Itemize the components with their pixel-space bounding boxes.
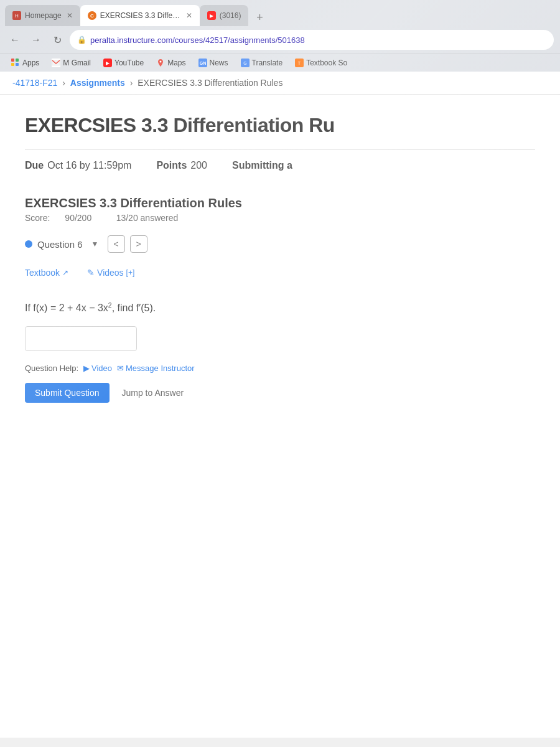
question-nav: Question 6 ▼ < > xyxy=(25,235,535,253)
submit-question-button[interactable]: Submit Question xyxy=(25,383,110,403)
actions-row: Submit Question Jump to Answer xyxy=(25,383,535,403)
breadcrumb-current: EXERCSIES 3.3 Differentiation Rules xyxy=(138,78,282,88)
back-button[interactable]: ← xyxy=(6,31,24,49)
apps-icon xyxy=(11,59,20,67)
svg-text:G: G xyxy=(243,61,246,65)
question-body: If f(x) = 2 + 4x − 3x2, find f′(5). xyxy=(25,300,535,316)
points-label: Points xyxy=(156,160,187,171)
lock-icon: 🔒 xyxy=(77,35,86,44)
due-label: Due xyxy=(25,160,44,171)
tab-homepage[interactable]: H Homepage ✕ xyxy=(5,5,80,26)
address-bar-row: ← → ↻ 🔒 peralta.instructure.com/courses/… xyxy=(0,26,560,54)
bookmark-apps-label: Apps xyxy=(22,59,39,67)
help-video-link[interactable]: ▶ Video xyxy=(83,364,112,373)
prev-question-button[interactable]: < xyxy=(108,235,125,253)
videos-link-label: Videos xyxy=(97,268,124,278)
svg-text:H: H xyxy=(15,13,19,19)
bookmark-news-label: News xyxy=(210,59,228,67)
help-message-link[interactable]: ✉ Message Instructor xyxy=(117,364,195,373)
url-display: peralta.instructure.com/courses/42517/as… xyxy=(90,35,305,45)
tab-homepage-label: Homepage xyxy=(25,11,62,20)
breadcrumb-course[interactable]: -41718-F21 xyxy=(12,78,57,88)
next-question-button[interactable]: > xyxy=(130,235,147,253)
svg-text:T: T xyxy=(298,61,301,65)
message-icon: ✉ xyxy=(117,364,124,373)
translate-icon: G xyxy=(241,59,250,67)
submitting-item: Submitting a xyxy=(232,160,292,171)
news-icon: GN xyxy=(198,59,207,67)
question-dropdown-button[interactable]: ▼ xyxy=(88,237,103,251)
assignment-header: EXERCSIES 3.3 Differentiation Ru Due Oct… xyxy=(0,95,560,184)
question-help: Question Help: ▶ Video ✉ Message Instruc… xyxy=(25,364,535,373)
bookmark-textbook[interactable]: T Textbook So xyxy=(290,57,352,69)
tab-homepage-close[interactable]: ✕ xyxy=(67,11,73,20)
bookmark-maps-label: Maps xyxy=(167,59,185,67)
page-content: -41718-F21 › Assignments › EXERCSIES 3.3… xyxy=(0,72,560,738)
videos-link[interactable]: ✎ Videos [+] xyxy=(87,268,134,278)
svg-rect-7 xyxy=(16,63,19,66)
new-tab-button[interactable]: + xyxy=(251,9,268,26)
youtube-bookmark-icon: ▶ xyxy=(103,59,112,67)
tab-youtube-label: (3016) xyxy=(220,11,241,20)
bookmark-apps[interactable]: Apps xyxy=(6,57,44,69)
svg-rect-5 xyxy=(16,59,19,62)
forward-button[interactable]: → xyxy=(27,31,45,49)
bookmark-translate-label: Translate xyxy=(252,59,283,67)
help-message-label: Message Instructor xyxy=(126,364,195,373)
tab-assignment[interactable]: C EXERCSIES 3.3 Differentiation R… ✕ xyxy=(80,5,200,26)
tab-assignment-label: EXERCSIES 3.3 Differentiation R… xyxy=(100,11,181,20)
svg-text:C: C xyxy=(90,13,94,19)
help-video-label: Video xyxy=(91,364,112,373)
tab-bar: H Homepage ✕ C EXERCSIES 3.3 Differentia… xyxy=(0,0,560,26)
textbook-icon: T xyxy=(295,59,304,67)
answer-input[interactable] xyxy=(25,326,137,351)
breadcrumb-sep-2: › xyxy=(130,78,136,88)
youtube-tab-favicon: ▶ xyxy=(207,11,216,20)
score-value: 90/200 xyxy=(65,213,91,223)
bookmark-youtube[interactable]: ▶ YouTube xyxy=(98,57,149,69)
question-label: Question 6 xyxy=(37,239,83,250)
address-box[interactable]: 🔒 peralta.instructure.com/courses/42517/… xyxy=(70,30,554,50)
question-dot-indicator xyxy=(25,240,32,248)
resources-row: Textbook ↗ ✎ Videos [+] xyxy=(25,268,535,288)
textbook-link[interactable]: Textbook ↗ xyxy=(25,268,68,278)
textbook-link-icon: ↗ xyxy=(62,268,68,277)
answered-value: 13/20 answered xyxy=(116,213,179,223)
textbook-link-label: Textbook xyxy=(25,268,60,278)
tab-assignment-close[interactable]: ✕ xyxy=(186,11,192,20)
maps-icon xyxy=(156,59,165,67)
videos-extra-label: [+] xyxy=(126,268,135,277)
breadcrumb-section[interactable]: Assignments xyxy=(70,78,125,88)
bookmark-youtube-label: YouTube xyxy=(114,59,144,67)
points-value: 200 xyxy=(190,160,207,171)
question-text-suffix: , find f′(5). xyxy=(112,303,156,313)
jump-to-answer-link[interactable]: Jump to Answer xyxy=(122,388,184,398)
svg-point-9 xyxy=(160,61,162,63)
tab-youtube[interactable]: ▶ (3016) xyxy=(200,5,249,26)
assignment-meta: Due Oct 16 by 11:59pm Points 200 Submitt… xyxy=(25,149,535,171)
quiz-container: EXERCSIES 3.3 Differentiation Rules Scor… xyxy=(0,184,560,415)
svg-text:GN: GN xyxy=(199,61,206,65)
question-help-label: Question Help: xyxy=(25,364,78,373)
bookmark-gmail[interactable]: M Gmail xyxy=(47,57,96,69)
breadcrumb: -41718-F21 › Assignments › EXERCSIES 3.3… xyxy=(0,72,560,95)
bookmark-translate[interactable]: G Translate xyxy=(236,57,288,69)
points-item: Points 200 xyxy=(156,160,207,171)
svg-rect-6 xyxy=(11,63,14,66)
question-text-prefix: If f(x) = 2 + 4x − 3x xyxy=(25,303,108,313)
reload-button[interactable]: ↻ xyxy=(49,31,66,49)
homepage-favicon: H xyxy=(12,11,21,20)
gmail-icon xyxy=(52,59,60,67)
video-help-icon: ▶ xyxy=(83,364,90,373)
assignment-title: EXERCSIES 3.3 Differentiation Ru xyxy=(25,113,535,137)
browser-screen: H Homepage ✕ C EXERCSIES 3.3 Differentia… xyxy=(0,0,560,747)
bookmarks-bar: Apps M Gmail ▶ YouTube M xyxy=(0,54,560,72)
browser-frame: H Homepage ✕ C EXERCSIES 3.3 Differentia… xyxy=(0,0,560,72)
bookmark-gmail-label: M Gmail xyxy=(63,59,91,67)
due-value: Oct 16 by 11:59pm xyxy=(47,160,131,171)
bookmark-textbook-label: Textbook So xyxy=(306,59,347,67)
bookmark-maps[interactable]: Maps xyxy=(151,57,190,69)
due-date-item: Due Oct 16 by 11:59pm xyxy=(25,160,131,171)
bookmark-news[interactable]: GN News xyxy=(194,57,233,69)
score-label: Score: xyxy=(25,213,50,223)
